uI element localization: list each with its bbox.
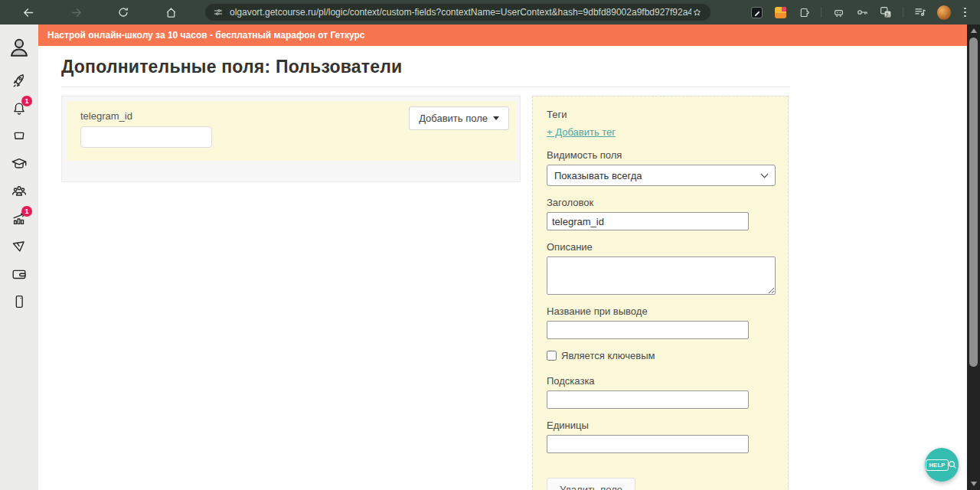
site-settings-icon[interactable] <box>213 7 224 18</box>
analytics-badge: 1 <box>21 206 32 217</box>
is-key-checkbox[interactable] <box>547 351 557 361</box>
sticky-notes-extension-icon[interactable] <box>773 5 787 19</box>
title-input[interactable] <box>547 212 749 230</box>
visibility-label: Видимость поля <box>547 149 774 161</box>
svg-text:あ: あ <box>886 12 890 18</box>
magnifier-icon <box>947 459 958 470</box>
extensions-puzzle-icon[interactable] <box>797 5 811 19</box>
translate-icon[interactable]: あ <box>879 5 893 19</box>
notes-extension-icon[interactable] <box>750 5 763 19</box>
url-text: olgavort.getcourse.ru/pl/logic/context/c… <box>230 7 691 18</box>
main-content: Настрой онлайн-школу за 10 часов - беспл… <box>38 24 967 490</box>
scrollbar-thumb[interactable] <box>969 38 978 367</box>
caret-down-icon <box>493 116 499 120</box>
app-sidebar: 1 1 <box>0 24 38 490</box>
help-button-label: HELP <box>926 459 948 471</box>
browser-toolbar: olgavort.getcourse.ru/pl/logic/context/c… <box>0 0 980 24</box>
output-name-input[interactable] <box>547 321 749 339</box>
description-label: Описание <box>547 241 774 253</box>
page-scrollbar[interactable] <box>967 24 980 490</box>
notifications-badge: 1 <box>21 96 32 106</box>
is-key-label: Является ключевым <box>561 350 655 361</box>
sidebar-item-laptop[interactable] <box>5 122 33 150</box>
sidebar-item-rocket[interactable] <box>5 67 33 95</box>
reload-icon[interactable] <box>116 5 130 19</box>
toolbar-separator <box>821 7 822 18</box>
units-input[interactable] <box>547 435 749 453</box>
sidebar-profile-avatar[interactable] <box>5 34 33 61</box>
output-name-label: Название при выводе <box>547 305 774 317</box>
delete-field-button[interactable]: Удалить поле <box>547 478 635 490</box>
promo-banner-text: Настрой онлайн-школу за 10 часов - беспл… <box>47 30 365 41</box>
page-title: Дополнительные поля: Пользователи <box>61 57 967 77</box>
sidebar-item-education[interactable] <box>5 150 33 178</box>
visibility-select[interactable]: Показывать всегда <box>547 165 776 186</box>
title-label: Заголовок <box>547 197 774 208</box>
title-divider <box>61 87 790 87</box>
tags-label: Теги <box>547 109 774 120</box>
field-row-telegram-id: telegram_id Добавить поле <box>67 101 515 161</box>
sidebar-item-users[interactable] <box>5 178 33 205</box>
home-icon[interactable] <box>164 5 178 19</box>
toolbar-separator <box>903 7 903 18</box>
media-controls-icon[interactable] <box>913 5 927 19</box>
scroll-down-arrow[interactable] <box>967 478 980 490</box>
sidebar-item-analytics[interactable]: 1 <box>5 205 33 233</box>
recorder-extension-icon[interactable] <box>831 5 845 19</box>
sidebar-item-notifications[interactable]: 1 <box>5 95 33 122</box>
password-key-icon[interactable] <box>855 5 869 19</box>
is-key-row: Является ключевым <box>547 350 774 361</box>
sidebar-item-wallet[interactable] <box>5 260 33 288</box>
back-icon[interactable] <box>21 5 35 19</box>
bookmark-star-icon[interactable] <box>691 7 703 18</box>
field-preview-input[interactable] <box>80 126 212 148</box>
sidebar-item-mobile[interactable] <box>5 288 33 315</box>
field-editor-panel: Теги + Добавить тег Видимость поля Показ… <box>532 96 789 490</box>
profile-avatar[interactable] <box>937 5 951 19</box>
custom-fields-list: telegram_id Добавить поле <box>61 96 521 182</box>
sidebar-item-send[interactable] <box>5 233 33 260</box>
help-button[interactable]: HELP <box>925 448 959 482</box>
description-textarea[interactable] <box>547 256 776 295</box>
scroll-up-arrow[interactable] <box>967 24 980 37</box>
units-label: Единицы <box>547 420 774 431</box>
url-bar[interactable]: olgavort.getcourse.ru/pl/logic/context/c… <box>205 4 710 21</box>
add-tag-link[interactable]: + Добавить тег <box>547 126 616 138</box>
hint-label: Подсказка <box>547 375 774 387</box>
add-field-button[interactable]: Добавить поле <box>409 106 509 130</box>
add-field-button-label: Добавить поле <box>419 113 488 124</box>
forward-icon[interactable] <box>69 5 83 19</box>
promo-banner[interactable]: Настрой онлайн-школу за 10 часов - беспл… <box>38 24 967 46</box>
hint-input[interactable] <box>547 390 749 409</box>
browser-menu-icon[interactable] <box>961 6 969 19</box>
extensions-row: あ <box>750 5 972 19</box>
